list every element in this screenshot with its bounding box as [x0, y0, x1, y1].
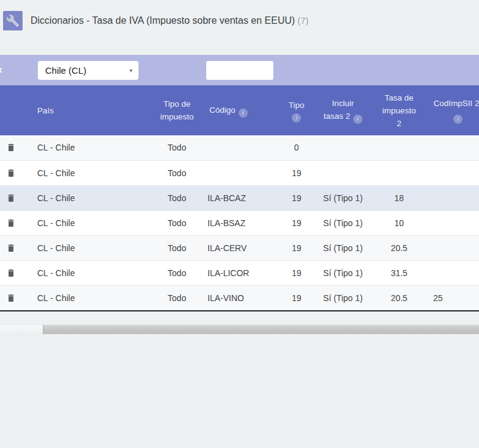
tools-icon	[3, 11, 23, 30]
cell-tipo-impuesto: Todo	[156, 235, 198, 260]
delete-cell	[0, 210, 29, 235]
cell-pais: CL - Chile	[29, 160, 156, 185]
table-header: País Tipo de impuesto Códigoi Tipoi Incl…	[0, 85, 479, 135]
record-count: (7)	[297, 15, 308, 26]
cell-incluir: Sí (Tipo 1)	[312, 260, 373, 285]
cell-codigo	[198, 160, 281, 185]
cell-tasa2: 31.5	[373, 260, 425, 285]
cell-incluir: Sí (Tipo 1)	[312, 285, 373, 310]
delete-row-button[interactable]	[6, 142, 16, 153]
trash-icon	[6, 243, 16, 254]
info-icon[interactable]: i	[353, 115, 362, 124]
trash-icon	[6, 218, 16, 229]
info-icon[interactable]: i	[453, 115, 463, 124]
table-row: CL - Chile Todo ILA-CERV 19 Sí (Tipo 1) …	[0, 235, 479, 260]
cell-tipo-impuesto: Todo	[156, 285, 198, 310]
delete-cell	[0, 160, 29, 185]
cell-tipo: 19	[281, 235, 312, 260]
cell-tasa2: 18	[373, 185, 425, 210]
column-header-codimpsii-2: CodImpSII 2i	[425, 85, 479, 135]
cell-codigo: ILA-BSAZ	[198, 210, 281, 235]
cell-pais: CL - Chile	[29, 185, 156, 210]
cell-tasa2: 10	[373, 210, 425, 235]
cell-incluir: Sí (Tipo 1)	[312, 235, 373, 260]
cell-tipo: 19	[281, 160, 312, 185]
close-icon[interactable]: ×	[0, 65, 5, 76]
cell-codimpsii	[425, 160, 479, 185]
cell-tasa2: 20.5	[373, 235, 425, 260]
cell-tipo-impuesto: Todo	[156, 260, 198, 285]
column-header-codigo: Códigoi	[198, 85, 281, 135]
filter-bar: × Chile (CL) ▾	[0, 55, 479, 85]
trash-icon	[6, 168, 16, 179]
cell-tipo: 19	[281, 185, 312, 210]
cell-codimpsii	[425, 260, 479, 285]
delete-cell	[0, 135, 29, 160]
delete-row-button[interactable]	[6, 293, 16, 304]
cell-tipo: 0	[281, 135, 312, 160]
column-header-tipo: Tipoi	[281, 85, 312, 135]
cell-pais: CL - Chile	[29, 235, 156, 260]
cell-pais: CL - Chile	[29, 135, 156, 160]
cell-codigo: ILA-BCAZ	[198, 185, 281, 210]
wrench-icon	[6, 14, 20, 27]
trash-icon	[6, 293, 16, 304]
cell-tasa2: 20.5	[373, 285, 425, 310]
cell-tipo: 19	[281, 285, 312, 310]
cell-codimpsii	[425, 210, 479, 235]
info-icon[interactable]: i	[239, 108, 248, 118]
cell-pais: CL - Chile	[29, 210, 156, 235]
cell-incluir: Sí (Tipo 1)	[312, 185, 373, 210]
cell-tipo-impuesto: Todo	[156, 160, 198, 185]
delete-cell	[0, 185, 29, 210]
scrollbar-thumb[interactable]	[43, 325, 479, 334]
cell-incluir	[312, 160, 373, 185]
chevron-down-icon: ▾	[129, 67, 132, 74]
delete-row-button[interactable]	[6, 218, 16, 229]
cell-codimpsii	[425, 185, 479, 210]
delete-row-button[interactable]	[6, 268, 16, 279]
page-title: Diccionarios - Tasa de IVA (Impuesto sob…	[31, 11, 309, 30]
cell-pais: CL - Chile	[29, 285, 156, 310]
cell-incluir: Sí (Tipo 1)	[312, 210, 373, 235]
delete-row-button[interactable]	[6, 168, 16, 179]
delete-row-button[interactable]	[6, 193, 16, 204]
delete-cell	[0, 285, 29, 310]
cell-incluir	[312, 135, 373, 160]
table-row: CL - Chile Todo ILA-LICOR 19 Sí (Tipo 1)…	[0, 260, 479, 285]
cell-tipo: 19	[281, 260, 312, 285]
table-row: CL - Chile Todo ILA-VINO 19 Sí (Tipo 1) …	[0, 285, 479, 310]
delete-cell	[0, 235, 29, 260]
cell-tasa2	[373, 135, 425, 160]
filter-search-input[interactable]	[206, 61, 273, 80]
cell-codigo: ILA-LICOR	[198, 260, 281, 285]
cell-codimpsii	[425, 135, 479, 160]
trash-icon	[6, 193, 16, 204]
column-header-incluir-tasas-2: Incluir tasas 2i	[312, 85, 373, 135]
column-header-tipo-impuesto: Tipo de impuesto	[156, 85, 198, 135]
cell-tipo-impuesto: Todo	[156, 135, 198, 160]
cell-codimpsii	[425, 235, 479, 260]
column-header-pais: País	[29, 85, 156, 135]
column-header-delete	[0, 85, 29, 135]
delete-cell	[0, 260, 29, 285]
table-body: CL - Chile Todo 0 CL - Chile Todo 19	[0, 135, 479, 310]
trash-icon	[6, 268, 16, 279]
table-row: CL - Chile Todo ILA-BSAZ 19 Sí (Tipo 1) …	[0, 210, 479, 235]
country-select[interactable]: Chile (CL) ▾	[38, 61, 139, 80]
cell-codigo: ILA-VINO	[198, 285, 281, 310]
cell-tasa2	[373, 160, 425, 185]
info-icon[interactable]: i	[292, 113, 301, 123]
delete-row-button[interactable]	[6, 243, 16, 254]
app-header: Diccionarios - Tasa de IVA (Impuesto sob…	[0, 0, 479, 55]
cell-pais: CL - Chile	[29, 260, 156, 285]
horizontal-scrollbar[interactable]	[0, 324, 479, 335]
cell-codigo	[198, 135, 281, 160]
cell-tipo-impuesto: Todo	[156, 185, 198, 210]
country-select-value: Chile (CL)	[45, 65, 129, 76]
cell-tipo: 19	[281, 210, 312, 235]
page-title-text: Diccionarios - Tasa de IVA (Impuesto sob…	[31, 15, 295, 26]
table-row: CL - Chile Todo 0	[0, 135, 479, 160]
column-header-tasa-impuesto-2: Tasa de impuesto 2	[373, 85, 425, 135]
trash-icon	[6, 142, 16, 153]
